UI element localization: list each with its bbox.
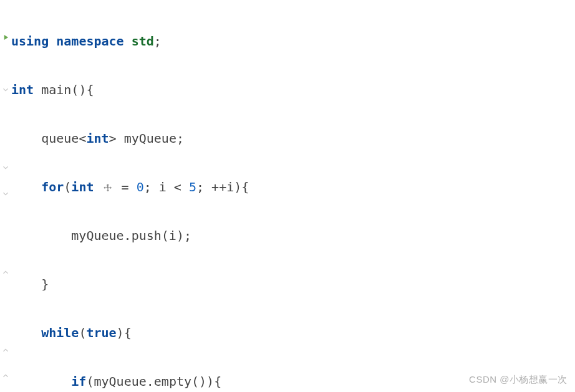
- punct-open: (: [79, 325, 86, 340]
- punct-parens: (): [71, 82, 86, 97]
- ident-main: main: [41, 82, 71, 97]
- type-queue: queue: [41, 131, 79, 146]
- fold-icon: [1, 85, 10, 94]
- keyword-int: int: [11, 82, 34, 97]
- code-line: queue<int> myQueue;: [11, 127, 575, 151]
- keyword-int: int: [86, 131, 109, 146]
- punct-brace: {: [124, 325, 132, 340]
- keyword-int: int: [71, 179, 101, 194]
- punct-open: (: [86, 374, 94, 389]
- code-block: using namespace std; int main(){ queue<i…: [0, 5, 575, 392]
- punct-open: (: [64, 179, 71, 194]
- punct-gt: >: [109, 131, 117, 146]
- watermark: CSDN @小杨想赢一次: [469, 370, 568, 388]
- keyword-namespace: namespace: [56, 34, 123, 49]
- punct-close: ): [117, 325, 124, 340]
- punct-close-brace: }: [41, 277, 49, 292]
- punct-semi: ;: [184, 228, 191, 243]
- keyword-true: true: [86, 325, 116, 340]
- keyword-while: while: [41, 325, 79, 340]
- code-line: int main(){: [11, 78, 575, 102]
- code-line: }: [11, 272, 575, 297]
- punct-semi: ;: [154, 34, 162, 49]
- code-line: myQueue.push(i);: [11, 224, 575, 248]
- ident-inc: ++i: [211, 179, 234, 194]
- keyword-if: if: [71, 374, 86, 389]
- type-std: std: [132, 34, 154, 49]
- punct-brace: {: [241, 179, 249, 194]
- punct-eq: =: [114, 179, 137, 194]
- keyword-for: for: [41, 179, 64, 194]
- fold-icon: [1, 268, 10, 277]
- gutter: [0, 0, 11, 392]
- fold-icon: [1, 189, 10, 198]
- ident-var: myQueue: [117, 131, 176, 146]
- literal-zero: 0: [137, 179, 144, 194]
- fold-icon: [1, 346, 10, 355]
- call-empty: myQueue.empty(): [94, 374, 206, 389]
- literal-five: 5: [189, 179, 196, 194]
- code-line: for(int = 0; i < 5; ++i){: [11, 175, 575, 199]
- keyword-using: using: [11, 34, 49, 49]
- ident-cond: i <: [159, 179, 189, 194]
- punct-semi: ;: [196, 179, 211, 194]
- code-line: using namespace std;: [11, 29, 575, 54]
- punct-close: ): [206, 374, 214, 389]
- punct-brace: {: [86, 82, 94, 97]
- punct-lt: <: [79, 131, 86, 146]
- punct-close: ): [234, 179, 241, 194]
- call-push: myQueue.push(i): [71, 228, 184, 243]
- punct-semi: ;: [176, 131, 184, 146]
- run-icon: [1, 33, 10, 42]
- code-line: while(true){: [11, 321, 575, 345]
- punct-semi: ;: [144, 179, 159, 194]
- punct-brace: {: [214, 374, 221, 389]
- move-cursor-icon: [103, 183, 113, 193]
- fold-icon: [1, 163, 10, 172]
- fold-icon: [1, 371, 10, 380]
